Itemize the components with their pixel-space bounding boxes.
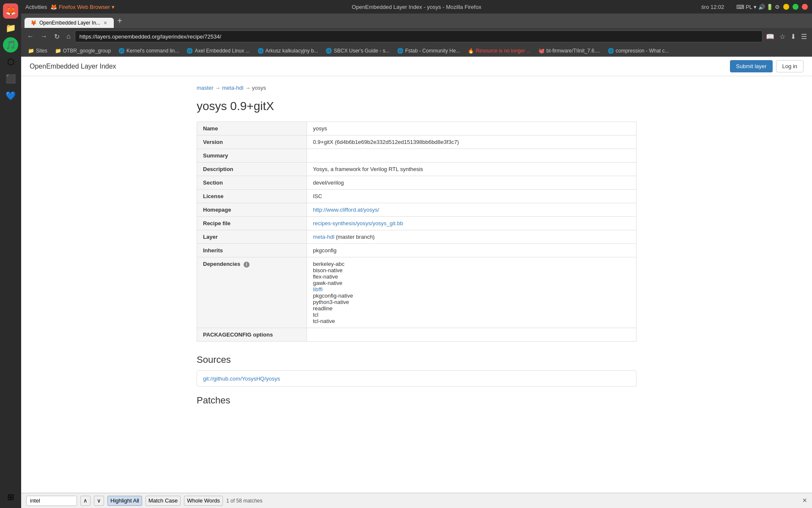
close-button[interactable] <box>802 4 808 10</box>
tab-close-button[interactable]: × <box>103 19 108 26</box>
table-cell-name-label: Name <box>197 122 307 135</box>
bookmark-otbr-label: OTBR_google_group <box>63 48 111 54</box>
taskbar-icon[interactable]: ⊞ <box>3 489 18 505</box>
table-row-homepage: Homepage http://www.clifford.at/yosys/ <box>197 203 636 217</box>
table-cell-section-value: devel/verilog <box>307 176 636 190</box>
table-cell-packageconfig-label: PACKAGECONFIG options <box>197 328 307 342</box>
dep-libffi: libffi <box>313 286 630 293</box>
reader-view-icon[interactable]: 📖 <box>764 32 776 41</box>
highlight-all-button[interactable]: Highlight All <box>107 496 142 506</box>
table-cell-layer-label: Layer <box>197 230 307 244</box>
submit-layer-button[interactable]: Submit layer <box>730 60 772 72</box>
bookmark-resource-icon: 🔥 <box>468 48 474 54</box>
match-case-button[interactable]: Match Case <box>145 496 181 506</box>
table-row-section: Section devel/verilog <box>197 176 636 190</box>
bookmark-compression-icon: 🌐 <box>608 48 614 54</box>
bookmark-fstab-icon: 🌐 <box>397 48 403 54</box>
bookmark-axel-label: Axel Embedded Linux ... <box>195 48 250 54</box>
firefox-icon[interactable]: 🦊 <box>3 3 18 19</box>
bookmark-sbcx[interactable]: 🌐 SBCX User's Guide - s... <box>322 47 393 55</box>
activities-label[interactable]: Activities <box>25 4 47 10</box>
whole-words-button[interactable]: Whole Words <box>184 496 223 506</box>
bookmark-kernel-icon: 🌐 <box>118 48 125 54</box>
table-row-dependencies: Dependencies i berkeley-abc bison-native… <box>197 257 636 328</box>
bookmark-arkusz[interactable]: 🌐 Arkusz kalkulacyjny b... <box>254 47 322 55</box>
bookmark-bt-firmware-icon: 🐙 <box>538 48 545 54</box>
layer-link[interactable]: meta-hdl <box>313 234 335 240</box>
home-button[interactable]: ⌂ <box>64 31 73 42</box>
bookmark-fstab-label: Fstab - Community He... <box>405 48 460 54</box>
bookmark-bt-firmware[interactable]: 🐙 bt-firmware/TIInit_7.6.... <box>535 47 604 55</box>
breadcrumb-sep2: → <box>245 85 252 91</box>
nav-bar: ← → ↻ ⌂ 📖 ☆ ⬇ ☰ <box>21 28 812 45</box>
minimize-button[interactable] <box>783 4 789 10</box>
table-cell-summary-value <box>307 149 636 163</box>
table-row-name: Name yosys <box>197 122 636 135</box>
dep-pkgconfig-native: pkgconfig-native <box>313 293 630 299</box>
bookmark-icon[interactable]: ☆ <box>778 32 787 41</box>
vscode-icon[interactable]: 💙 <box>3 88 18 103</box>
url-bar[interactable] <box>75 30 763 42</box>
find-bar: ∧ ∨ Highlight All Match Case Whole Words… <box>21 493 812 508</box>
sidebar: 🦊 📁 🎵 ⬡ ⬛ 💙 ⊞ <box>0 0 21 508</box>
bookmark-resource[interactable]: 🔥 Resource is no longer ... <box>464 47 534 55</box>
breadcrumb-yosys: yosys <box>252 85 266 91</box>
reload-button[interactable]: ↻ <box>52 31 62 42</box>
downloads-icon[interactable]: ⬇ <box>789 32 798 41</box>
new-tab-button[interactable]: + <box>114 16 126 26</box>
table-row-license: License ISC <box>197 190 636 203</box>
recipe-info-table: Name yosys Version 0.9+gitX (6d4b6b1e69b… <box>197 121 636 342</box>
bookmarks-bar: 📁 Sites 📁 OTBR_google_group 🌐 Kernel's c… <box>21 45 812 57</box>
find-close-button[interactable]: × <box>802 496 807 505</box>
tab-bar: 🦊 OpenEmbedded Layer In... × + <box>21 14 812 28</box>
find-next-button[interactable]: ∨ <box>94 496 104 506</box>
sources-title: Sources <box>197 354 636 365</box>
title-bar: Activities 🦊 Firefox Web Browser ▾ OpenE… <box>21 0 812 14</box>
forward-button[interactable]: → <box>38 31 50 42</box>
tab-label: OpenEmbedded Layer In... <box>39 20 100 26</box>
table-cell-inherits-value: pkgconfig <box>307 244 636 257</box>
table-cell-homepage-label: Homepage <box>197 203 307 217</box>
dep-python3-native: python3-native <box>313 299 630 305</box>
login-button[interactable]: Log in <box>776 60 804 72</box>
bookmark-compression[interactable]: 🌐 compression - What c... <box>604 47 672 55</box>
recipe-file-link[interactable]: recipes-synthesis/yosys/yosys_git.bb <box>313 220 403 226</box>
table-row-description: Description Yosys, a framework for Veril… <box>197 163 636 176</box>
bookmark-sbcx-label: SBCX User's Guide - s... <box>334 48 390 54</box>
breadcrumb-master[interactable]: master <box>197 85 214 91</box>
terminal-icon[interactable]: ⬛ <box>3 71 18 86</box>
music-icon[interactable]: 🎵 <box>3 37 18 52</box>
system-icons: ⌨ PL ▾ 🔊 🔋 ⚙ <box>736 4 780 10</box>
dep-libffi-link[interactable]: libffi <box>313 286 323 293</box>
table-cell-name-value: yosys <box>307 122 636 135</box>
back-button[interactable]: ← <box>25 31 36 42</box>
find-input[interactable] <box>26 496 77 506</box>
table-cell-deps-label: Dependencies i <box>197 257 307 328</box>
table-cell-deps-value: berkeley-abc bison-native flex-native ga… <box>307 257 636 328</box>
bookmark-otbr[interactable]: 📁 OTBR_google_group <box>52 47 114 55</box>
maximize-button[interactable] <box>793 4 798 10</box>
dependencies-info-icon[interactable]: i <box>244 262 250 268</box>
bookmark-kernel[interactable]: 🌐 Kernel's command lin... <box>115 47 182 55</box>
tab-openembedded[interactable]: 🦊 OpenEmbedded Layer In... × <box>25 18 114 28</box>
bookmark-sites[interactable]: 📁 Sites <box>25 47 51 55</box>
dep-bison-native: bison-native <box>313 267 630 273</box>
files-icon[interactable]: 📁 <box>3 20 18 36</box>
table-row-layer: Layer meta-hdl (master branch) <box>197 230 636 244</box>
table-cell-recipe-file-value: recipes-synthesis/yosys/yosys_git.bb <box>307 217 636 230</box>
table-cell-license-label: License <box>197 190 307 203</box>
table-cell-homepage-value: http://www.clifford.at/yosys/ <box>307 203 636 217</box>
find-prev-button[interactable]: ∧ <box>80 496 91 506</box>
apps-icon[interactable]: ⬡ <box>3 54 18 69</box>
firefox-label[interactable]: 🦊 Firefox Web Browser ▾ <box>50 4 114 10</box>
bookmark-kernel-label: Kernel's command lin... <box>126 48 179 54</box>
menu-button[interactable]: ☰ <box>799 32 809 41</box>
breadcrumb-meta-hdl[interactable]: meta-hdl <box>222 85 244 91</box>
source-url-link[interactable]: git://github.com/YosysHQ/yosys <box>203 375 280 382</box>
table-cell-recipe-file-label: Recipe file <box>197 217 307 230</box>
table-cell-summary-label: Summary <box>197 149 307 163</box>
homepage-link[interactable]: http://www.clifford.at/yosys/ <box>313 207 379 213</box>
system-time: śro 12:02 <box>701 4 724 10</box>
bookmark-axel[interactable]: 🌐 Axel Embedded Linux ... <box>183 47 253 55</box>
bookmark-fstab[interactable]: 🌐 Fstab - Community He... <box>394 47 464 55</box>
